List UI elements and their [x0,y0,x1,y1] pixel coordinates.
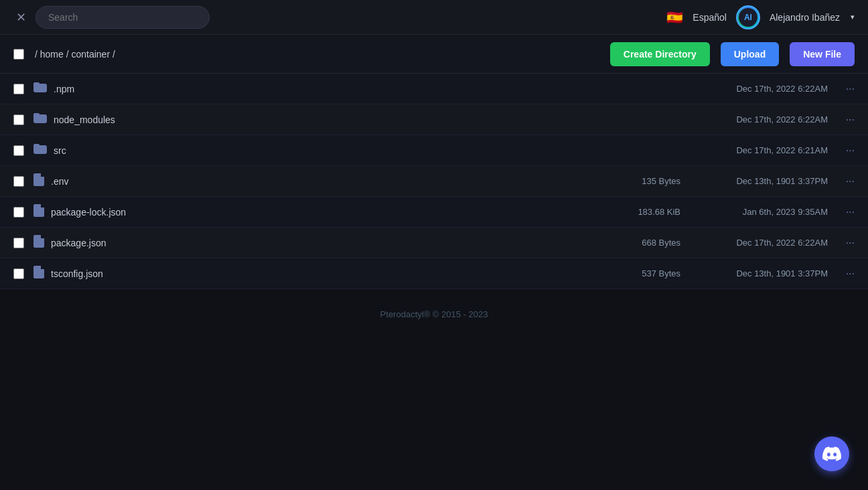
file-size: 135 Bytes [600,176,680,186]
breadcrumb-bar: / home / container / Create Directory Up… [0,35,868,74]
file-menu-button[interactable]: ··· [835,175,855,187]
file-menu-button[interactable]: ··· [835,145,855,157]
file-name: src [54,145,600,156]
file-menu-button[interactable]: ··· [835,206,855,218]
file-icon [33,266,44,282]
file-size: 183.68 KiB [600,207,680,217]
file-name: package.json [51,238,600,248]
table-row: package.json 668 Bytes Dec 17th, 2022 6:… [0,228,868,258]
file-menu-button[interactable]: ··· [835,83,855,95]
row-checkbox-1[interactable] [13,114,24,125]
nav-right: 🇪🇸 Español AI Alejandro Ibañez ▾ [666,5,855,29]
file-date: Dec 13th, 1901 3:37PM [694,268,828,278]
top-nav: ✕ 🇪🇸 Español AI Alejandro Ibañez ▾ [0,0,868,35]
file-date: Dec 17th, 2022 6:22AM [694,238,828,248]
file-date: Dec 13th, 1901 3:37PM [694,176,828,186]
user-dropdown-arrow[interactable]: ▾ [851,13,855,21]
row-checkbox-3[interactable] [13,176,24,187]
file-menu-button[interactable]: ··· [835,237,855,249]
file-size: 537 Bytes [600,268,680,278]
row-checkbox-0[interactable] [13,84,24,94]
create-directory-button[interactable]: Create Directory [610,42,710,66]
table-row: node_modules Dec 17th, 2022 6:22AM ··· [0,104,868,135]
file-name: tsconfig.json [51,268,600,279]
row-checkbox-2[interactable] [13,145,24,156]
user-avatar-inner: AI [739,8,757,27]
row-checkbox-5[interactable] [13,238,24,248]
file-date: Dec 17th, 2022 6:21AM [694,145,828,155]
folder-icon [33,82,47,96]
file-icon [33,235,44,251]
folder-icon [33,113,47,127]
file-icon [33,173,44,189]
close-button[interactable]: ✕ [13,7,29,27]
table-row: package-lock.json 183.68 KiB Jan 6th, 20… [0,197,868,228]
folder-icon [33,144,47,157]
file-icon [33,204,44,220]
file-name: node_modules [54,114,600,125]
user-avatar: AI [736,5,760,29]
table-row: .env 135 Bytes Dec 13th, 1901 3:37PM ··· [0,166,868,197]
file-name: package-lock.json [51,207,600,218]
file-name: .npm [54,84,600,94]
table-row: src Dec 17th, 2022 6:21AM ··· [0,135,868,166]
file-name: .env [51,176,600,187]
breadcrumb: / home / container / [35,49,599,60]
select-all-checkbox[interactable] [13,49,24,60]
file-date: Jan 6th, 2023 9:35AM [694,207,828,217]
file-size: 668 Bytes [600,238,680,248]
footer-copyright: Pterodactyl® © 2015 - 2023 [380,309,488,319]
file-menu-button[interactable]: ··· [835,268,855,280]
discord-fab[interactable] [814,436,849,471]
language-label: Español [693,12,727,23]
user-name: Alejandro Ibañez [770,12,840,23]
search-input[interactable] [35,6,210,29]
row-checkbox-4[interactable] [13,207,24,218]
footer: Pterodactyl® © 2015 - 2023 [0,289,868,339]
file-list: .npm Dec 17th, 2022 6:22AM ··· node_modu… [0,74,868,289]
new-file-button[interactable]: New File [790,42,855,66]
row-checkbox-6[interactable] [13,268,24,279]
table-row: .npm Dec 17th, 2022 6:22AM ··· [0,74,868,104]
upload-button[interactable]: Upload [721,42,779,66]
table-row: tsconfig.json 537 Bytes Dec 13th, 1901 3… [0,258,868,289]
file-menu-button[interactable]: ··· [835,114,855,126]
file-date: Dec 17th, 2022 6:22AM [694,84,828,94]
file-date: Dec 17th, 2022 6:22AM [694,114,828,125]
discord-icon [822,444,841,463]
language-flag: 🇪🇸 [666,9,683,25]
